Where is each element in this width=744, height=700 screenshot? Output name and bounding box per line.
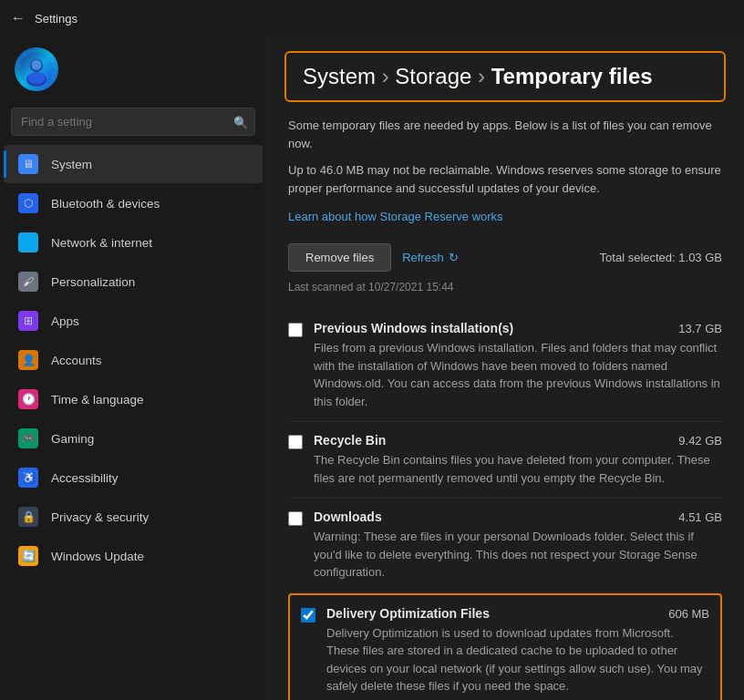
back-button[interactable]: ←	[11, 10, 26, 26]
breadcrumb-current: Temporary files	[491, 64, 653, 88]
bluetooth-icon: ⬡	[18, 193, 38, 213]
title-bar: ← Settings	[0, 0, 744, 36]
file-item-delivery-optimization: Delivery Optimization Files 606 MB Deliv…	[288, 593, 722, 701]
file-name-downloads: Downloads	[314, 510, 382, 524]
file-info-delivery-optimization: Delivery Optimization Files 606 MB Deliv…	[326, 606, 709, 695]
breadcrumb-system: System	[303, 64, 376, 88]
nav-label-time: Time & language	[51, 393, 144, 407]
sidebar-item-accessibility[interactable]: ♿ Accessibility	[4, 458, 263, 497]
nav-label-update: Windows Update	[51, 550, 144, 563]
file-desc-delivery-optimization: Delivery Optimization is used to downloa…	[326, 624, 709, 695]
breadcrumb-sep2: ›	[471, 64, 491, 88]
avatar	[15, 47, 58, 91]
sidebar-item-bluetooth[interactable]: ⬡ Bluetooth & devices	[4, 184, 263, 222]
sidebar-item-network[interactable]: 🌐 Network & internet	[4, 223, 263, 262]
file-items-list: Previous Windows installation(s) 13.7 GB…	[288, 310, 722, 700]
file-size-delivery-optimization: 606 MB	[668, 607, 709, 621]
action-bar: Remove files Refresh ↻ Total selected: 1…	[288, 243, 722, 272]
file-header-recycle-bin: Recycle Bin 9.42 GB	[314, 433, 722, 448]
apps-icon: ⊞	[18, 311, 38, 331]
sidebar-item-time[interactable]: 🕐 Time & language	[4, 380, 263, 418]
system-icon: 🖥	[18, 154, 38, 174]
nav-label-apps: Apps	[51, 314, 79, 328]
file-desc-downloads: Warning: These are files in your persona…	[314, 528, 722, 582]
nav-label-gaming: Gaming	[51, 432, 94, 446]
sidebar-search-container: 🔍	[11, 108, 255, 136]
accessibility-icon: ♿	[18, 468, 38, 488]
file-desc-previous-windows: Files from a previous Windows installati…	[314, 339, 722, 410]
refresh-button[interactable]: Refresh ↻	[402, 251, 459, 264]
remove-files-button[interactable]: Remove files	[288, 243, 391, 272]
file-name-delivery-optimization: Delivery Optimization Files	[326, 606, 490, 621]
search-icon: 🔍	[233, 115, 248, 129]
privacy-icon: 🔒	[18, 507, 38, 527]
breadcrumb-sep1: ›	[376, 64, 395, 88]
app-title: Settings	[35, 12, 78, 26]
file-size-recycle-bin: 9.42 GB	[678, 434, 722, 448]
breadcrumb-storage: Storage	[395, 64, 471, 88]
sidebar-navigation: 🖥 System ⬡ Bluetooth & devices 🌐 Network…	[0, 145, 266, 691]
learn-link[interactable]: Learn about how Storage Reserve works	[288, 210, 503, 223]
checkbox-downloads[interactable]	[288, 511, 303, 526]
checkbox-delivery-optimization[interactable]	[301, 608, 315, 623]
checkbox-recycle-bin[interactable]	[288, 435, 303, 449]
file-size-downloads: 4.51 GB	[678, 510, 722, 524]
checkbox-wrapper-downloads[interactable]	[288, 511, 303, 530]
sidebar-item-personalization[interactable]: 🖌 Personalization	[4, 262, 263, 301]
file-info-recycle-bin: Recycle Bin 9.42 GB The Recycle Bin cont…	[314, 433, 722, 487]
nav-label-system: System	[51, 158, 92, 171]
file-name-previous-windows: Previous Windows installation(s)	[314, 321, 513, 335]
sidebar-item-privacy[interactable]: 🔒 Privacy & security	[4, 498, 263, 536]
sidebar-avatar	[0, 36, 266, 102]
sidebar-item-accounts[interactable]: 👤 Accounts	[4, 341, 263, 379]
info-text: Up to 46.0 MB may not be reclaimable. Wi…	[288, 161, 722, 197]
svg-point-3	[31, 60, 41, 70]
file-header-delivery-optimization: Delivery Optimization Files 606 MB	[326, 606, 709, 621]
file-header-downloads: Downloads 4.51 GB	[314, 510, 722, 524]
nav-label-personalization: Personalization	[51, 275, 135, 289]
accounts-icon: 👤	[18, 350, 38, 370]
file-size-previous-windows: 13.7 GB	[678, 322, 722, 335]
gaming-icon: 🎮	[18, 428, 38, 448]
refresh-spin-icon: ↻	[449, 251, 459, 264]
file-item-previous-windows: Previous Windows installation(s) 13.7 GB…	[288, 310, 722, 422]
checkbox-wrapper-previous-windows[interactable]	[288, 323, 303, 341]
search-input[interactable]	[11, 108, 255, 136]
checkbox-previous-windows[interactable]	[288, 323, 303, 337]
refresh-label: Refresh	[402, 251, 444, 264]
content-area: System › Storage › Temporary files Some …	[266, 36, 744, 700]
nav-label-network: Network & internet	[51, 236, 152, 250]
nav-label-bluetooth: Bluetooth & devices	[51, 197, 160, 211]
file-item-downloads: Downloads 4.51 GB Warning: These are fil…	[288, 499, 722, 593]
sidebar-item-gaming[interactable]: 🎮 Gaming	[4, 419, 263, 458]
nav-label-accounts: Accounts	[51, 354, 102, 367]
file-name-recycle-bin: Recycle Bin	[314, 433, 386, 448]
total-selected: Total selected: 1.03 GB	[600, 251, 722, 264]
sidebar-item-update[interactable]: 🔄 Windows Update	[4, 537, 263, 575]
file-item-recycle-bin: Recycle Bin 9.42 GB The Recycle Bin cont…	[288, 422, 722, 499]
file-info-downloads: Downloads 4.51 GB Warning: These are fil…	[314, 510, 722, 582]
personalization-icon: 🖌	[18, 272, 38, 292]
sidebar: 🔍 🖥 System ⬡ Bluetooth & devices 🌐 Netwo…	[0, 36, 266, 700]
file-info-previous-windows: Previous Windows installation(s) 13.7 GB…	[314, 321, 722, 410]
nav-label-accessibility: Accessibility	[51, 471, 119, 485]
checkbox-wrapper-recycle-bin[interactable]	[288, 435, 303, 453]
main-layout: 🔍 🖥 System ⬡ Bluetooth & devices 🌐 Netwo…	[0, 36, 744, 700]
time-icon: 🕐	[18, 389, 38, 409]
breadcrumb: System › Storage › Temporary files	[284, 51, 726, 102]
scan-time: Last scanned at 10/27/2021 15:44	[288, 281, 722, 293]
description-text: Some temporary files are needed by apps.…	[288, 117, 722, 152]
update-icon: 🔄	[18, 546, 38, 566]
content-body: Some temporary files are needed by apps.…	[266, 117, 744, 700]
file-header-previous-windows: Previous Windows installation(s) 13.7 GB	[314, 321, 722, 335]
checkbox-wrapper-delivery-optimization[interactable]	[301, 608, 315, 626]
network-icon: 🌐	[18, 232, 38, 252]
svg-point-4	[28, 72, 46, 84]
sidebar-item-system[interactable]: 🖥 System	[4, 145, 263, 183]
breadcrumb-text: System › Storage › Temporary files	[303, 64, 708, 89]
sidebar-item-apps[interactable]: ⊞ Apps	[4, 302, 263, 340]
nav-label-privacy: Privacy & security	[51, 510, 149, 524]
file-desc-recycle-bin: The Recycle Bin contains files you have …	[314, 451, 722, 487]
